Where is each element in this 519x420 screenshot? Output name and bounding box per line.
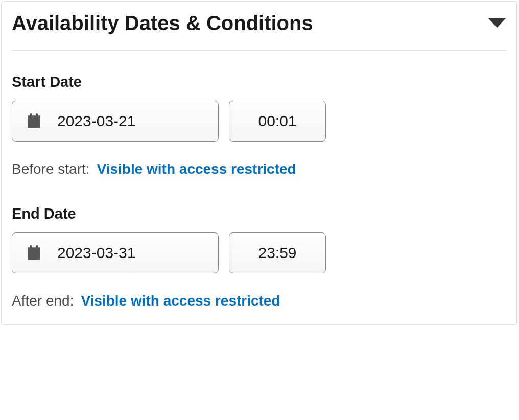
end-input-row: 2023-03-31 23:59 — [12, 232, 506, 273]
end-time-value: 23:59 — [258, 244, 296, 262]
before-start-link[interactable]: Visible with access restricted — [97, 161, 296, 177]
start-date-group: Start Date 2023-03-21 00:01 Before start… — [12, 74, 506, 177]
panel-header: Availability Dates & Conditions — [12, 12, 506, 51]
chevron-down-icon — [488, 18, 506, 29]
end-date-input[interactable]: 2023-03-31 — [12, 232, 219, 273]
end-date-value: 2023-03-31 — [57, 244, 135, 262]
after-end-link[interactable]: Visible with access restricted — [81, 293, 280, 309]
collapse-toggle[interactable] — [488, 15, 506, 32]
before-start-row: Before start: Visible with access restri… — [12, 161, 506, 177]
start-input-row: 2023-03-21 00:01 — [12, 101, 506, 142]
after-end-row: After end: Visible with access restricte… — [12, 293, 506, 309]
svg-marker-0 — [488, 18, 506, 28]
calendar-icon — [26, 245, 42, 261]
before-start-label: Before start: — [12, 161, 90, 177]
end-date-group: End Date 2023-03-31 23:59 After end: Vis… — [12, 205, 506, 309]
start-date-label: Start Date — [12, 74, 506, 90]
start-date-input[interactable]: 2023-03-21 — [12, 101, 219, 142]
panel-title: Availability Dates & Conditions — [12, 12, 313, 35]
end-time-input[interactable]: 23:59 — [229, 232, 326, 273]
calendar-icon — [26, 113, 42, 129]
availability-panel: Availability Dates & Conditions Start Da… — [1, 1, 517, 325]
start-time-input[interactable]: 00:01 — [229, 101, 326, 142]
start-time-value: 00:01 — [258, 112, 296, 130]
end-date-label: End Date — [12, 205, 506, 222]
after-end-label: After end: — [12, 293, 74, 309]
start-date-value: 2023-03-21 — [57, 112, 135, 130]
